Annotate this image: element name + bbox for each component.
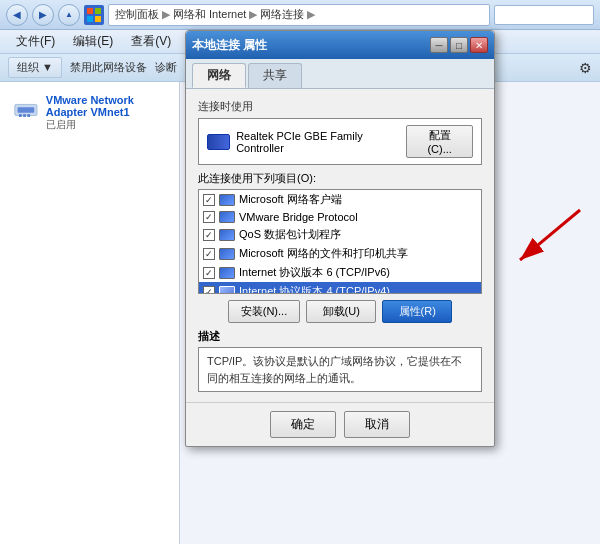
list-item-4[interactable]: Internet 协议版本 6 (TCP/IPv6) (199, 263, 481, 282)
item-icon-1 (219, 211, 235, 223)
settings-icon: ⚙ (579, 60, 592, 76)
breadcrumb-part3: 网络连接 (260, 7, 304, 22)
dialog-titlebar: 本地连接 属性 ─ □ ✕ (186, 31, 494, 59)
maximize-button[interactable]: □ (450, 37, 468, 53)
item-label-3: Microsoft 网络的文件和打印机共享 (239, 246, 408, 261)
close-button[interactable]: ✕ (470, 37, 488, 53)
adapter-info: VMware Network Adapter VMnet1 已启用 (46, 94, 167, 132)
item-label-4: Internet 协议版本 6 (TCP/IPv6) (239, 265, 390, 280)
list-item-2[interactable]: QoS 数据包计划程序 (199, 225, 481, 244)
item-label-0: Microsoft 网络客户端 (239, 192, 342, 207)
description-text: TCP/IP。该协议是默认的广域网络协议，它提供在不同的相互连接的网络上的通讯。 (198, 347, 482, 392)
ok-button[interactable]: 确定 (270, 411, 336, 438)
item-label-2: QoS 数据包计划程序 (239, 227, 341, 242)
svg-rect-2 (87, 16, 93, 22)
dialog-title: 本地连接 属性 (192, 37, 267, 54)
minimize-button[interactable]: ─ (430, 37, 448, 53)
nic-name: Realtek PCIe GBE Family Controller (236, 130, 406, 154)
dialog-content: 连接时使用 Realtek PCIe GBE Family Controller… (186, 89, 494, 402)
forward-button[interactable]: ▶ (32, 4, 54, 26)
nic-info: Realtek PCIe GBE Family Controller (207, 130, 406, 154)
disable-network-button[interactable]: 禁用此网络设备 (70, 60, 147, 75)
network-adapter-icon (12, 94, 40, 126)
back-button[interactable]: ◀ (6, 4, 28, 26)
connected-using-label: 连接时使用 (198, 99, 482, 114)
properties-dialog: 本地连接 属性 ─ □ ✕ 网络 共享 连接时使用 Realtek PCIe G… (185, 30, 495, 447)
svg-rect-3 (95, 16, 101, 22)
svg-rect-1 (95, 8, 101, 14)
svg-rect-5 (18, 107, 35, 113)
tab-sharing[interactable]: 共享 (248, 63, 302, 88)
item-icon-5 (219, 286, 235, 295)
checkbox-3[interactable] (203, 248, 215, 260)
items-label: 此连接使用下列项目(O): (198, 171, 482, 186)
diagnose-button[interactable]: 诊断 (155, 60, 177, 75)
menu-view[interactable]: 查看(V) (123, 31, 179, 52)
svg-rect-6 (19, 114, 22, 117)
svg-rect-0 (87, 8, 93, 14)
checkbox-4[interactable] (203, 267, 215, 279)
checkbox-0[interactable] (203, 194, 215, 206)
dialog-window-controls: ─ □ ✕ (430, 37, 488, 53)
cancel-button[interactable]: 取消 (344, 411, 410, 438)
item-label-5: Internet 协议版本 4 (TCP/IPv4) (239, 284, 390, 294)
search-box[interactable] (494, 5, 594, 25)
item-icon-3 (219, 248, 235, 260)
item-icon-2 (219, 229, 235, 241)
tab-network[interactable]: 网络 (192, 63, 246, 88)
breadcrumb[interactable]: 控制面板 ▶ 网络和 Internet ▶ 网络连接 ▶ (108, 4, 490, 26)
windows-logo (84, 5, 104, 25)
items-list[interactable]: Microsoft 网络客户端VMware Bridge ProtocolQoS… (198, 189, 482, 294)
item-icon-0 (219, 194, 235, 206)
uninstall-button[interactable]: 卸载(U) (306, 300, 376, 323)
breadcrumb-part1: 控制面板 (115, 7, 159, 22)
nic-icon (207, 134, 230, 150)
dialog-footer: 确定 取消 (186, 402, 494, 446)
list-item-3[interactable]: Microsoft 网络的文件和打印机共享 (199, 244, 481, 263)
adapter-status: 已启用 (46, 118, 167, 132)
action-buttons: 安装(N)... 卸载(U) 属性(R) (198, 300, 482, 323)
up-button[interactable]: ▲ (58, 4, 80, 26)
list-item-5[interactable]: Internet 协议版本 4 (TCP/IPv4) (199, 282, 481, 294)
top-bar: ◀ ▶ ▲ 控制面板 ▶ 网络和 Internet ▶ 网络连接 ▶ (0, 0, 600, 30)
item-icon-4 (219, 267, 235, 279)
list-item-1[interactable]: VMware Bridge Protocol (199, 209, 481, 225)
dialog-tabs: 网络 共享 (186, 59, 494, 89)
description-label: 描述 (198, 329, 482, 344)
list-item-0[interactable]: Microsoft 网络客户端 (199, 190, 481, 209)
organize-button[interactable]: 组织 ▼ (8, 57, 62, 78)
svg-rect-7 (23, 114, 26, 117)
item-label-1: VMware Bridge Protocol (239, 211, 358, 223)
properties-button[interactable]: 属性(R) (382, 300, 452, 323)
menu-edit[interactable]: 编辑(E) (65, 31, 121, 52)
svg-rect-8 (27, 114, 30, 117)
breadcrumb-part2: 网络和 Internet (173, 7, 246, 22)
configure-button[interactable]: 配置(C)... (406, 125, 473, 158)
checkbox-2[interactable] (203, 229, 215, 241)
checkbox-5[interactable] (203, 286, 215, 295)
left-panel: VMware Network Adapter VMnet1 已启用 (0, 82, 180, 544)
adapter-name: VMware Network Adapter VMnet1 (46, 94, 167, 118)
connected-using-box: Realtek PCIe GBE Family Controller 配置(C)… (198, 118, 482, 165)
install-button[interactable]: 安装(N)... (228, 300, 300, 323)
menu-file[interactable]: 文件(F) (8, 31, 63, 52)
checkbox-1[interactable] (203, 211, 215, 223)
network-adapter-item[interactable]: VMware Network Adapter VMnet1 已启用 (8, 90, 171, 136)
